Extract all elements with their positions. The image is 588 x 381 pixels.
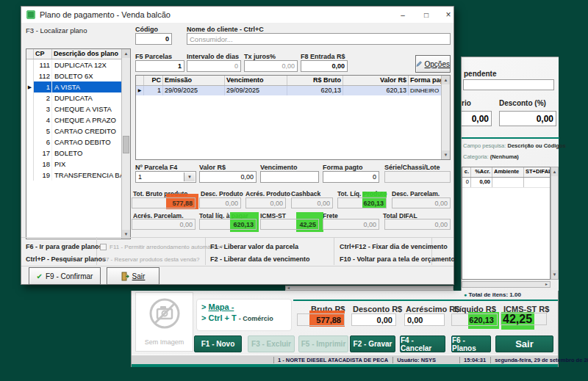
no-image-label: Sem Imagem — [136, 338, 193, 346]
confirm-button[interactable]: ✔ F9 - Confirmar — [29, 267, 101, 285]
plan-list-header: CP Descrição dos plano — [26, 49, 130, 59]
total-liq-pagar-field: 620,13 — [199, 219, 257, 230]
parcel-value-field[interactable]: 0,00 — [199, 171, 257, 183]
rounding-checkbox[interactable] — [100, 244, 107, 250]
plan-row[interactable]: 6CARTAO DEBITO — [26, 137, 130, 148]
commerce-link[interactable]: > Ctrl + T - Comércio — [201, 313, 287, 322]
client-name-field[interactable]: Consumidor... — [187, 33, 451, 45]
interest-field[interactable]: 0,00 — [244, 60, 298, 72]
down-payment-label: F8 Entrada R$ — [301, 53, 345, 60]
combo-arrow-icon[interactable]: ▼ — [184, 173, 195, 181]
installment-row[interactable]: ▶ 1 29/09/2025 29/09/2025 620,13 620,13 … — [136, 86, 450, 95]
bruto-field[interactable]: 577,88 — [297, 313, 345, 326]
scrollbar-thumb[interactable] — [123, 136, 129, 153]
scroll-up-icon[interactable]: ▲ — [442, 76, 450, 84]
plan-row[interactable]: 4CHEQUE A PRAZO — [26, 115, 130, 126]
interest-label: Tx juros% — [244, 53, 276, 60]
plan-row[interactable]: 19TRANSFERENCIA BANCARIA — [26, 170, 130, 181]
scroll-up-icon[interactable]: ▲ — [551, 167, 558, 176]
hidden-window-hscrollbar[interactable]: ◄ — [285, 286, 453, 291]
category-value: (Nenhuma) — [490, 153, 519, 160]
parcel-value-label: Valor R$ — [199, 164, 226, 171]
payment-plan-dialog: Plano de pagamento - Venda balcão – □ × … — [21, 6, 454, 285]
parcel-payment-field[interactable]: 0 — [323, 171, 379, 183]
map-link[interactable]: > Mapa - — [201, 302, 287, 311]
dot-icon: ● — [464, 292, 467, 297]
close-icon[interactable]: × — [440, 9, 456, 21]
hint-liberar-data: F2 - Liberar data de vencimento — [210, 255, 310, 263]
desconto-field[interactable]: 0,00 — [351, 313, 396, 326]
excluir-button[interactable]: F3 - Excluir — [248, 335, 295, 352]
parcels-field[interactable]: 1 — [135, 60, 184, 72]
no-camera-icon — [148, 297, 181, 330]
scroll-right-icon[interactable]: ► — [543, 282, 550, 287]
plan-row[interactable]: 5CARTAO CREDITO — [26, 126, 130, 137]
desconto-label: Desconto R$ — [353, 305, 402, 313]
plan-row[interactable]: 3CHEQUE A VISTA — [26, 104, 130, 115]
plan-row[interactable]: 17BOLETO — [26, 148, 130, 159]
plan-row-selected[interactable]: ▶1A VISTA — [26, 81, 130, 92]
desc-parcelam-field: 0,00 — [392, 197, 451, 208]
down-payment-field[interactable]: 0,00 — [301, 60, 348, 72]
side-products-table[interactable]: c. %Acr. Ambiente ST+DIFAL 0 0,00 — [462, 167, 551, 280]
parcel-due-field[interactable] — [260, 171, 319, 183]
options-button[interactable]: Opções — [415, 55, 451, 73]
dialog-titlebar[interactable]: Plano de pagamento - Venda balcão – □ × — [21, 7, 453, 23]
maximize-icon[interactable]: □ — [418, 9, 434, 21]
installments-grid[interactable]: PC Emissão Vencimento R$ Bruto Valor R$ … — [135, 75, 451, 160]
hint-liberar-valor: F1 - Liberar valor da parcela — [210, 243, 298, 250]
hint-fixar-dia: Ctrl+F12 - Fixar dia de vencimento — [340, 243, 448, 250]
icmsst-field[interactable]: 42,25 — [501, 313, 547, 325]
search-field-value: Descrição ou Códigos — [507, 142, 565, 149]
plan-row[interactable]: 18PIX — [26, 159, 130, 170]
scroll-down-icon[interactable]: ▼ — [442, 150, 450, 159]
teal-divider — [462, 137, 559, 139]
side-input[interactable] — [463, 79, 554, 90]
minimize-icon[interactable]: – — [395, 9, 411, 21]
installments-scrollbar[interactable]: ▲ ▼ — [441, 76, 450, 159]
cancelar-button[interactable]: F4 - Cancelar — [400, 335, 445, 352]
side-table-hscrollbar[interactable]: ► — [462, 281, 551, 288]
image-placeholder-card: Sem Imagem — [135, 292, 193, 352]
category-label: Categoria: — [463, 153, 489, 160]
main-window-bottom: ● Total de itens: 1.00 Sem Imagem > Mapa… — [131, 291, 559, 367]
parcels-label: F5 Parcelas — [135, 53, 172, 60]
serial-field[interactable] — [384, 171, 451, 183]
plan-row[interactable]: 111DUPLICATA 12X — [26, 59, 130, 70]
chevron-icon: > — [201, 302, 206, 311]
acres-produto-field: 0,00 — [245, 197, 286, 208]
parcel-number-combobox[interactable]: 1 ▼ — [135, 171, 196, 183]
interval-field[interactable]: 0 — [187, 60, 241, 72]
desc-parcelam-label: Desc. Parcelam. — [392, 190, 440, 197]
plan-listbox[interactable]: CP Descrição dos plano 111DUPLICATA 12X … — [26, 48, 131, 239]
plan-row[interactable]: 2DUPLICATA — [26, 92, 130, 104]
side-table-row[interactable]: 0 0,00 — [462, 178, 550, 188]
desc-produto-field: 0,00 — [199, 197, 241, 208]
imprimir-button[interactable]: F5 - Imprimir — [298, 335, 348, 352]
price-field[interactable]: 0,00 — [462, 111, 492, 126]
pencil-icon — [416, 60, 423, 68]
sair-main-button[interactable]: Sair — [495, 335, 553, 352]
bottom-accent-bar — [132, 364, 558, 367]
scroll-down-icon[interactable]: ▼ — [551, 270, 558, 279]
scroll-left-icon[interactable]: ◄ — [287, 286, 290, 290]
code-field[interactable]: 0 — [135, 33, 172, 45]
gravar-button[interactable]: F2 - Gravar — [350, 335, 395, 352]
side-table-header: c. %Acr. Ambiente ST+DIFAL — [462, 167, 550, 178]
acrescimo-field[interactable]: 0,00 — [404, 313, 445, 326]
discount-field[interactable]: 0,00 — [499, 111, 556, 126]
hint-voltar-orcamento: F10 - Voltar para a tela de orçamento — [340, 255, 455, 263]
scroll-up-icon[interactable]: ▲ — [122, 49, 130, 58]
liquido-field[interactable]: 620,13 — [451, 313, 498, 326]
plan-row[interactable]: 112BOLETO 6X — [26, 70, 130, 81]
hint-pesquisar-planos: Ctrl+P - Pesquisar planos — [26, 255, 106, 263]
parcel-number-label: Nº Parcela F4 — [135, 164, 177, 171]
desc-produto-label: Desc. Produto — [201, 190, 243, 197]
plan-list-scrollbar[interactable]: ▲ ▼ — [121, 49, 130, 239]
exit-button[interactable]: Sair — [107, 267, 159, 285]
side-table-vscrollbar[interactable]: ▲ ▼ — [551, 167, 559, 280]
planos-button[interactable]: F6 - Planos — [451, 335, 491, 352]
novo-button[interactable]: F1 - Novo — [194, 335, 242, 352]
cashback-label: Cashback — [291, 190, 320, 197]
frete-field: 0,00 — [323, 219, 379, 230]
